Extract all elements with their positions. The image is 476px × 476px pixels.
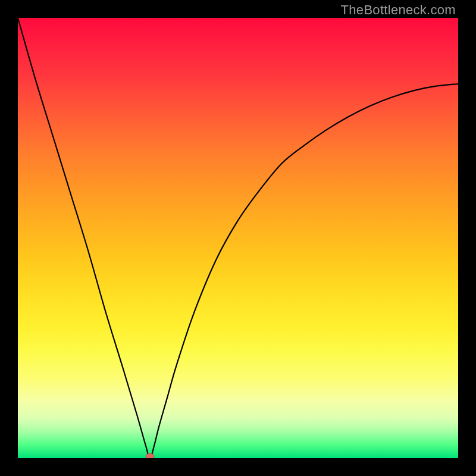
watermark-text: TheBottleneck.com <box>341 2 456 18</box>
bottleneck-curve <box>18 18 458 458</box>
chart-frame: TheBottleneck.com <box>0 0 476 476</box>
minimum-marker <box>146 453 154 458</box>
plot-area <box>18 18 458 458</box>
